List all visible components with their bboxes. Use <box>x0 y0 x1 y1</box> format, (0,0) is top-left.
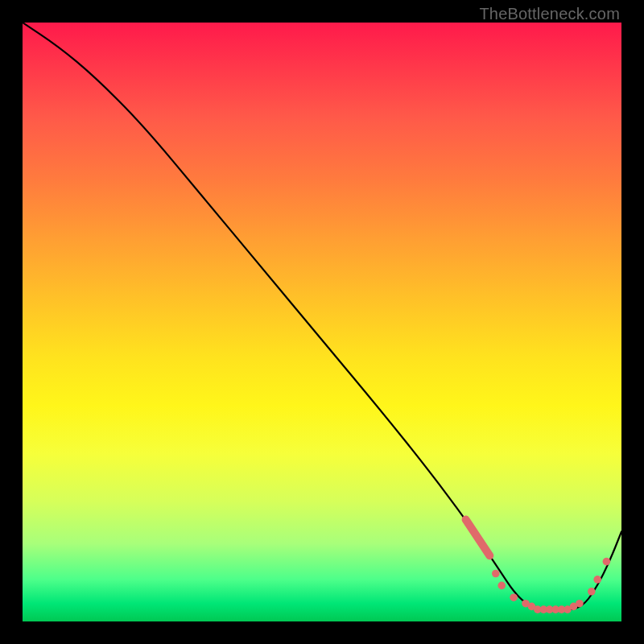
plot-area <box>23 23 621 621</box>
curve-marker <box>497 582 506 590</box>
attribution-text: TheBottleneck.com <box>479 5 620 23</box>
curve-line <box>23 23 621 609</box>
curve-marker <box>510 593 518 601</box>
curve-marker <box>603 558 611 566</box>
curve-marker <box>492 570 500 578</box>
curve-marker <box>593 576 601 584</box>
chart-svg <box>23 23 621 621</box>
highlight-segment <box>466 520 490 556</box>
curve-marker <box>576 600 584 608</box>
chart-frame: TheBottleneck.com <box>0 0 644 644</box>
curve-marker <box>588 588 596 596</box>
